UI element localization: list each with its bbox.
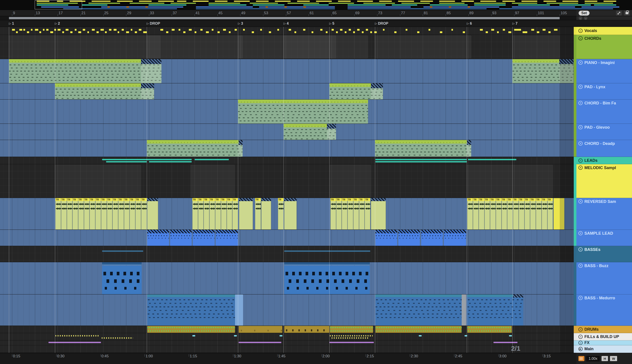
reversed-sample-clip[interactable]: TR◀◀◀ ◀◀◀	[484, 198, 490, 230]
track-collapse-icon[interactable]: ▾	[578, 125, 583, 129]
reversed-sample-clip[interactable]: TR◀◀◀ ◀◀◀	[90, 198, 95, 230]
reversed-sample-clip[interactable]: TR◀◀◀ ◀◀◀	[348, 198, 353, 230]
track-lane-chords[interactable]	[0, 35, 574, 59]
reversed-sample-clip[interactable]: TR◀◀◀ ◀◀◀	[232, 198, 238, 230]
sample-clip[interactable]	[239, 198, 253, 230]
group-fold-icon[interactable]: ≡	[578, 36, 583, 40]
track-lane-fills[interactable]	[0, 333, 574, 340]
mini-clip[interactable]	[464, 335, 467, 336]
track-lane-padlynx[interactable]	[0, 83, 574, 100]
drum-clip[interactable]	[147, 326, 235, 333]
sidebar-track-reversed[interactable]: ▾REVERSED Sam	[576, 198, 632, 230]
reversed-sample-clip[interactable]: TR◀◀◀ ◀◀◀	[55, 198, 61, 230]
group-fold-icon[interactable]: ≡	[578, 341, 583, 345]
reversed-sample-clip[interactable]: TR◀◀◀ ◀◀◀	[141, 198, 147, 230]
mini-clip[interactable]	[192, 335, 195, 336]
reversed-sample-clip[interactable]: TR◀◀◀ ◀◀◀	[255, 198, 261, 230]
reversed-sample-clip[interactable]: TR◀◀◀ ◀◀◀	[113, 198, 118, 230]
sidebar-track-bimfa[interactable]: ▾CHORD - Bim Fa	[576, 100, 632, 124]
overview-view-box[interactable]	[35, 0, 82, 9]
mini-clip[interactable]	[102, 337, 133, 339]
reversed-sample-clip[interactable]: TR◀◀◀ ◀◀◀	[467, 198, 473, 230]
bass-clip[interactable]	[284, 262, 370, 294]
reversed-sample-clip[interactable]: TR◀◀◀ ◀◀◀	[473, 198, 478, 230]
mini-clip[interactable]	[284, 250, 370, 252]
drum-clip[interactable]	[239, 326, 283, 333]
loop-brace[interactable]	[9, 17, 560, 19]
mini-clip[interactable]	[375, 159, 466, 160]
sample-lead-clip[interactable]	[193, 230, 214, 246]
reversed-sample-clip[interactable]: TR◀◀◀ ◀◀◀	[479, 198, 484, 230]
locator-marker[interactable]: ▷4	[284, 20, 289, 27]
reversed-sample-clip[interactable]: TR◀◀◀ ◀◀◀	[101, 198, 107, 230]
midi-clip[interactable]	[147, 140, 243, 157]
mini-clip[interactable]	[102, 159, 192, 160]
reversed-sample-clip[interactable]: TR◀◀◀ ◀◀◀	[536, 198, 541, 230]
sample-lead-clip[interactable]	[444, 230, 466, 246]
midi-clip[interactable]	[55, 83, 154, 99]
sample-clip[interactable]	[553, 198, 564, 230]
loop-region-bar[interactable]	[0, 16, 576, 20]
locator-marker[interactable]: ▷6	[467, 20, 472, 27]
reversed-sample-clip[interactable]: TR◀◀◀ ◀◀◀	[136, 198, 141, 230]
sidebar-track-main[interactable]: ▶Main	[576, 345, 632, 353]
track-collapse-icon[interactable]: ▾	[578, 101, 583, 105]
mini-clip[interactable]	[493, 342, 517, 343]
reversed-sample-clip[interactable]: TR◀◀◀ ◀◀◀	[278, 198, 284, 230]
sidebar-track-chords[interactable]: ≡CHORDs	[576, 35, 632, 59]
mini-clip[interactable]	[332, 337, 369, 339]
width-zoom-button[interactable]: W	[610, 356, 617, 361]
reversed-sample-clip[interactable]: TR◀◀◀ ◀◀◀	[84, 198, 90, 230]
mini-clip[interactable]	[419, 335, 422, 336]
bass-clip[interactable]	[102, 262, 142, 294]
reversed-sample-clip[interactable]: TR◀◀◀ ◀◀◀	[342, 198, 347, 230]
expand-button[interactable]	[616, 11, 622, 16]
forward-arrow-button[interactable]: →	[584, 16, 587, 20]
mini-clip[interactable]	[330, 335, 372, 336]
reversed-sample-clip[interactable]: TR◀◀◀ ◀◀◀	[530, 198, 536, 230]
mini-clip[interactable]	[149, 161, 192, 162]
track-collapse-icon[interactable]: ▾	[578, 60, 583, 65]
sidebar-track-fills[interactable]: ≡FILLs & BUILD UP	[576, 333, 632, 340]
track-lane-main[interactable]	[0, 345, 574, 353]
track-lane-glevoo[interactable]	[0, 124, 574, 140]
reversed-sample-clip[interactable]: TR◀◀◀ ◀◀◀	[502, 198, 507, 230]
track-lane-drums[interactable]	[0, 326, 574, 333]
track-collapse-icon[interactable]: ▾	[578, 85, 583, 89]
sidebar-track-fx[interactable]: ≡FX	[576, 340, 632, 345]
group-fold-icon[interactable]: ≡	[578, 335, 583, 339]
reversed-sample-clip[interactable]: TR◀◀◀ ◀◀◀	[130, 198, 135, 230]
group-fold-icon[interactable]: ≡	[578, 29, 583, 33]
locator-marker[interactable]: ▷DROP	[375, 20, 388, 27]
bar-ruler[interactable]: 9131721252933374145495357616569737781858…	[0, 10, 576, 16]
mini-clip[interactable]	[280, 335, 282, 336]
track-collapse-icon[interactable]: ▾	[578, 296, 583, 300]
reversed-sample-clip[interactable]: TR◀◀◀ ◀◀◀	[365, 198, 370, 230]
reversed-sample-clip[interactable]: TR◀◀◀ ◀◀◀	[73, 198, 78, 230]
mini-clip[interactable]	[239, 342, 281, 343]
track-lane-vocals[interactable]	[0, 27, 574, 35]
sidebar-track-slead[interactable]: ▾SAMPLE LEAD	[576, 230, 632, 246]
group-fold-icon[interactable]: ≡	[578, 158, 583, 163]
reversed-sample-clip[interactable]: TR◀◀◀ ◀◀◀	[519, 198, 524, 230]
locator-row[interactable]: ▷1▷2▷DROP▷3▷4▷5▷DROP▷6▷7	[0, 20, 576, 27]
back-arrow-button[interactable]: ←	[579, 16, 582, 20]
reversed-sample-clip[interactable]: TR◀◀◀ ◀◀◀	[513, 198, 519, 230]
reversed-sample-clip[interactable]: TR◀◀◀ ◀◀◀	[507, 198, 513, 230]
set-button[interactable]: Set	[579, 11, 589, 16]
mini-clip[interactable]	[102, 250, 143, 252]
sidebar-track-padlynx[interactable]: ▾PAD - Lynx	[576, 83, 632, 100]
track-lane-bimfa[interactable]	[0, 100, 574, 124]
reversed-sample-clip[interactable]: TR◀◀◀ ◀◀◀	[353, 198, 359, 230]
reversed-sample-clip[interactable]: TR◀◀◀ ◀◀◀	[542, 198, 547, 230]
sidebar-track-drums[interactable]: ≡DRUMs	[576, 326, 632, 333]
reversed-sample-clip[interactable]: TR◀◀◀ ◀◀◀	[61, 198, 67, 230]
sidebar-track-glevoo[interactable]: ▾PAD - Glevoo	[576, 124, 632, 140]
locator-marker[interactable]: ▷5	[329, 20, 334, 27]
sidebar-track-basses[interactable]: ≡BASSEs	[576, 246, 632, 262]
sample-lead-clip[interactable]	[216, 230, 238, 246]
mini-clip[interactable]	[509, 335, 512, 336]
sidebar-track-leads[interactable]: ≡LEADs	[576, 157, 632, 164]
sidebar-track-medurro[interactable]: ▾BASS - Medurro	[576, 294, 632, 326]
locator-marker[interactable]: ▷2	[55, 20, 60, 27]
